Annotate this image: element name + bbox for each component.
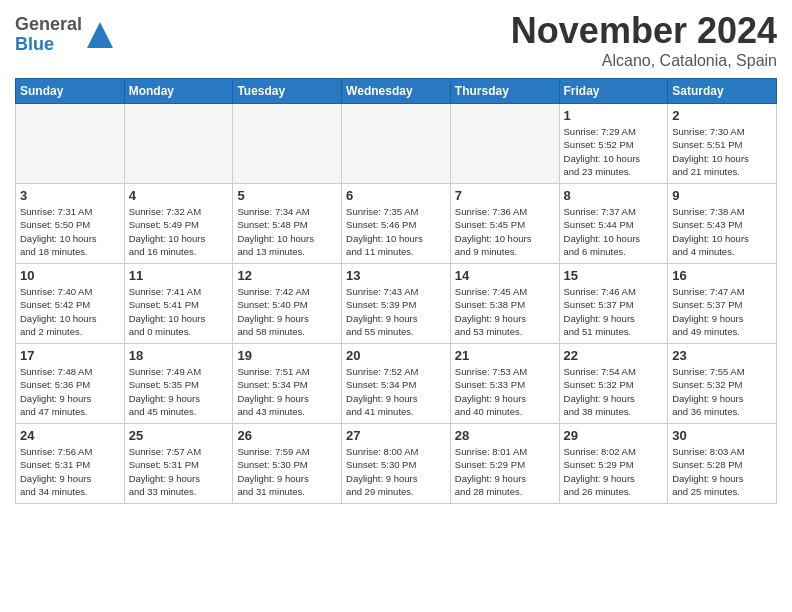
calendar-day-cell: 25Sunrise: 7:57 AM Sunset: 5:31 PM Dayli… xyxy=(124,424,233,504)
day-number: 15 xyxy=(564,268,664,283)
day-number: 7 xyxy=(455,188,555,203)
logo-blue-text: Blue xyxy=(15,35,82,55)
day-info: Sunrise: 7:37 AM Sunset: 5:44 PM Dayligh… xyxy=(564,205,664,258)
day-info: Sunrise: 7:31 AM Sunset: 5:50 PM Dayligh… xyxy=(20,205,120,258)
day-number: 9 xyxy=(672,188,772,203)
calendar-day-cell: 5Sunrise: 7:34 AM Sunset: 5:48 PM Daylig… xyxy=(233,184,342,264)
day-number: 1 xyxy=(564,108,664,123)
day-number: 13 xyxy=(346,268,446,283)
day-info: Sunrise: 7:42 AM Sunset: 5:40 PM Dayligh… xyxy=(237,285,337,338)
day-number: 18 xyxy=(129,348,229,363)
day-info: Sunrise: 7:51 AM Sunset: 5:34 PM Dayligh… xyxy=(237,365,337,418)
location-title: Alcano, Catalonia, Spain xyxy=(511,52,777,70)
calendar-day-cell: 27Sunrise: 8:00 AM Sunset: 5:30 PM Dayli… xyxy=(342,424,451,504)
calendar-day-cell: 21Sunrise: 7:53 AM Sunset: 5:33 PM Dayli… xyxy=(450,344,559,424)
calendar-day-cell: 13Sunrise: 7:43 AM Sunset: 5:39 PM Dayli… xyxy=(342,264,451,344)
day-number: 26 xyxy=(237,428,337,443)
day-number: 25 xyxy=(129,428,229,443)
day-number: 17 xyxy=(20,348,120,363)
day-number: 27 xyxy=(346,428,446,443)
day-info: Sunrise: 7:43 AM Sunset: 5:39 PM Dayligh… xyxy=(346,285,446,338)
day-info: Sunrise: 8:03 AM Sunset: 5:28 PM Dayligh… xyxy=(672,445,772,498)
calendar-day-cell: 2Sunrise: 7:30 AM Sunset: 5:51 PM Daylig… xyxy=(668,104,777,184)
calendar-day-cell: 14Sunrise: 7:45 AM Sunset: 5:38 PM Dayli… xyxy=(450,264,559,344)
day-info: Sunrise: 7:49 AM Sunset: 5:35 PM Dayligh… xyxy=(129,365,229,418)
calendar-day-cell: 20Sunrise: 7:52 AM Sunset: 5:34 PM Dayli… xyxy=(342,344,451,424)
weekday-header: Monday xyxy=(124,79,233,104)
day-number: 19 xyxy=(237,348,337,363)
page-header: General Blue November 2024 Alcano, Catal… xyxy=(15,10,777,70)
calendar-day-cell: 30Sunrise: 8:03 AM Sunset: 5:28 PM Dayli… xyxy=(668,424,777,504)
day-number: 29 xyxy=(564,428,664,443)
calendar-day-cell xyxy=(16,104,125,184)
day-number: 10 xyxy=(20,268,120,283)
day-number: 3 xyxy=(20,188,120,203)
day-number: 23 xyxy=(672,348,772,363)
day-info: Sunrise: 7:40 AM Sunset: 5:42 PM Dayligh… xyxy=(20,285,120,338)
calendar-day-cell: 18Sunrise: 7:49 AM Sunset: 5:35 PM Dayli… xyxy=(124,344,233,424)
calendar-day-cell: 28Sunrise: 8:01 AM Sunset: 5:29 PM Dayli… xyxy=(450,424,559,504)
day-number: 5 xyxy=(237,188,337,203)
day-info: Sunrise: 7:32 AM Sunset: 5:49 PM Dayligh… xyxy=(129,205,229,258)
weekday-header: Thursday xyxy=(450,79,559,104)
day-number: 6 xyxy=(346,188,446,203)
calendar-day-cell xyxy=(233,104,342,184)
day-number: 8 xyxy=(564,188,664,203)
day-number: 4 xyxy=(129,188,229,203)
calendar-day-cell: 15Sunrise: 7:46 AM Sunset: 5:37 PM Dayli… xyxy=(559,264,668,344)
calendar-day-cell xyxy=(342,104,451,184)
calendar-day-cell: 24Sunrise: 7:56 AM Sunset: 5:31 PM Dayli… xyxy=(16,424,125,504)
logo: General Blue xyxy=(15,15,115,55)
day-info: Sunrise: 7:57 AM Sunset: 5:31 PM Dayligh… xyxy=(129,445,229,498)
calendar-day-cell xyxy=(450,104,559,184)
day-info: Sunrise: 7:35 AM Sunset: 5:46 PM Dayligh… xyxy=(346,205,446,258)
day-info: Sunrise: 7:46 AM Sunset: 5:37 PM Dayligh… xyxy=(564,285,664,338)
title-area: November 2024 Alcano, Catalonia, Spain xyxy=(511,10,777,70)
calendar-day-cell: 11Sunrise: 7:41 AM Sunset: 5:41 PM Dayli… xyxy=(124,264,233,344)
day-info: Sunrise: 7:30 AM Sunset: 5:51 PM Dayligh… xyxy=(672,125,772,178)
day-info: Sunrise: 7:36 AM Sunset: 5:45 PM Dayligh… xyxy=(455,205,555,258)
weekday-header: Friday xyxy=(559,79,668,104)
calendar-week-row: 3Sunrise: 7:31 AM Sunset: 5:50 PM Daylig… xyxy=(16,184,777,264)
calendar-week-row: 1Sunrise: 7:29 AM Sunset: 5:52 PM Daylig… xyxy=(16,104,777,184)
day-info: Sunrise: 7:56 AM Sunset: 5:31 PM Dayligh… xyxy=(20,445,120,498)
day-info: Sunrise: 7:38 AM Sunset: 5:43 PM Dayligh… xyxy=(672,205,772,258)
weekday-header: Tuesday xyxy=(233,79,342,104)
calendar-week-row: 10Sunrise: 7:40 AM Sunset: 5:42 PM Dayli… xyxy=(16,264,777,344)
day-info: Sunrise: 7:54 AM Sunset: 5:32 PM Dayligh… xyxy=(564,365,664,418)
day-info: Sunrise: 8:01 AM Sunset: 5:29 PM Dayligh… xyxy=(455,445,555,498)
day-number: 14 xyxy=(455,268,555,283)
calendar-day-cell xyxy=(124,104,233,184)
month-title: November 2024 xyxy=(511,10,777,52)
calendar-day-cell: 7Sunrise: 7:36 AM Sunset: 5:45 PM Daylig… xyxy=(450,184,559,264)
day-info: Sunrise: 7:55 AM Sunset: 5:32 PM Dayligh… xyxy=(672,365,772,418)
calendar-table: SundayMondayTuesdayWednesdayThursdayFrid… xyxy=(15,78,777,504)
logo-general-text: General xyxy=(15,15,82,35)
calendar-day-cell: 16Sunrise: 7:47 AM Sunset: 5:37 PM Dayli… xyxy=(668,264,777,344)
day-info: Sunrise: 8:02 AM Sunset: 5:29 PM Dayligh… xyxy=(564,445,664,498)
calendar-day-cell: 6Sunrise: 7:35 AM Sunset: 5:46 PM Daylig… xyxy=(342,184,451,264)
day-number: 30 xyxy=(672,428,772,443)
calendar-body: 1Sunrise: 7:29 AM Sunset: 5:52 PM Daylig… xyxy=(16,104,777,504)
day-info: Sunrise: 7:59 AM Sunset: 5:30 PM Dayligh… xyxy=(237,445,337,498)
day-info: Sunrise: 7:47 AM Sunset: 5:37 PM Dayligh… xyxy=(672,285,772,338)
day-number: 16 xyxy=(672,268,772,283)
weekday-header: Sunday xyxy=(16,79,125,104)
calendar-header: SundayMondayTuesdayWednesdayThursdayFrid… xyxy=(16,79,777,104)
day-info: Sunrise: 7:53 AM Sunset: 5:33 PM Dayligh… xyxy=(455,365,555,418)
day-info: Sunrise: 8:00 AM Sunset: 5:30 PM Dayligh… xyxy=(346,445,446,498)
calendar-day-cell: 10Sunrise: 7:40 AM Sunset: 5:42 PM Dayli… xyxy=(16,264,125,344)
calendar-week-row: 17Sunrise: 7:48 AM Sunset: 5:36 PM Dayli… xyxy=(16,344,777,424)
calendar-day-cell: 12Sunrise: 7:42 AM Sunset: 5:40 PM Dayli… xyxy=(233,264,342,344)
calendar-day-cell: 9Sunrise: 7:38 AM Sunset: 5:43 PM Daylig… xyxy=(668,184,777,264)
calendar-day-cell: 29Sunrise: 8:02 AM Sunset: 5:29 PM Dayli… xyxy=(559,424,668,504)
day-info: Sunrise: 7:34 AM Sunset: 5:48 PM Dayligh… xyxy=(237,205,337,258)
weekday-header: Saturday xyxy=(668,79,777,104)
day-info: Sunrise: 7:45 AM Sunset: 5:38 PM Dayligh… xyxy=(455,285,555,338)
calendar-week-row: 24Sunrise: 7:56 AM Sunset: 5:31 PM Dayli… xyxy=(16,424,777,504)
calendar-day-cell: 23Sunrise: 7:55 AM Sunset: 5:32 PM Dayli… xyxy=(668,344,777,424)
calendar-day-cell: 3Sunrise: 7:31 AM Sunset: 5:50 PM Daylig… xyxy=(16,184,125,264)
svg-marker-0 xyxy=(87,22,113,48)
day-info: Sunrise: 7:29 AM Sunset: 5:52 PM Dayligh… xyxy=(564,125,664,178)
logo-icon xyxy=(85,20,115,50)
